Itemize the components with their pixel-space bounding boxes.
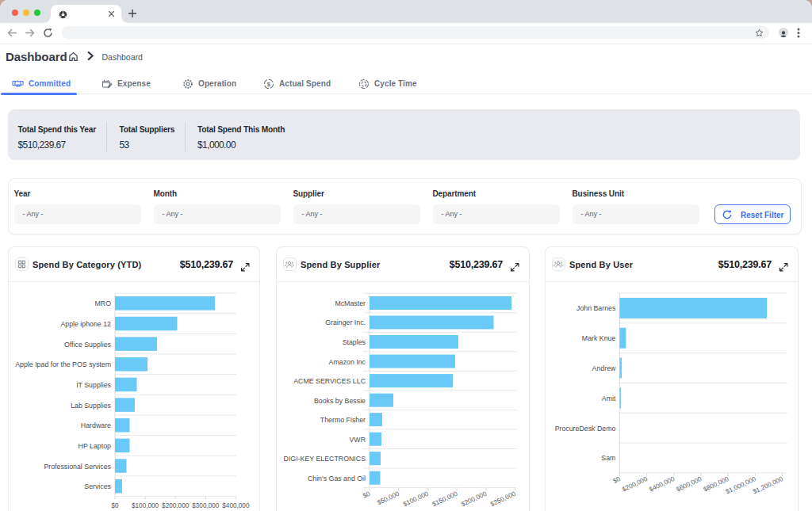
svg-text:$200,000: $200,000: [162, 502, 190, 509]
svg-text:$0: $0: [111, 502, 119, 509]
svg-text:$: $: [267, 80, 271, 87]
svg-text:$50,000: $50,000: [376, 490, 400, 506]
svg-text:$300,000: $300,000: [192, 502, 220, 509]
svg-text:Chin's Gas and Oil: Chin's Gas and Oil: [308, 475, 366, 482]
svg-text:Apple Ipad for the POS system: Apple Ipad for the POS system: [15, 360, 111, 368]
svg-text:$250,000: $250,000: [489, 490, 517, 508]
svg-text:DIGI-KEY ELECTRONICS: DIGI-KEY ELECTRONICS: [284, 455, 366, 463]
svg-text:$200,000: $200,000: [621, 475, 649, 494]
svg-text:Books by Bessie: Books by Bessie: [314, 397, 366, 405]
svg-text:VWR: VWR: [349, 436, 366, 444]
svg-text:Sam: Sam: [601, 454, 615, 462]
svg-text:Services: Services: [84, 482, 111, 490]
svg-text:Andrew: Andrew: [592, 364, 616, 372]
svg-text:$400,000: $400,000: [222, 502, 250, 509]
svg-text:John Barnes: John Barnes: [576, 304, 616, 312]
svg-text:Amazon Inc: Amazon Inc: [329, 358, 366, 366]
svg-text:Amit: Amit: [602, 395, 616, 402]
svg-text:Staples: Staples: [343, 338, 366, 346]
svg-text:ACME SERVICES LLC: ACME SERVICES LLC: [293, 377, 366, 385]
svg-text:McMaster: McMaster: [335, 299, 366, 307]
svg-text:Lab Supplies: Lab Supplies: [71, 402, 111, 410]
svg-text:$200,000: $200,000: [460, 490, 488, 508]
svg-text:$0: $0: [362, 490, 371, 499]
svg-text:Grainger Inc.: Grainger Inc.: [325, 318, 366, 326]
svg-text:Apple iphone 12: Apple iphone 12: [60, 320, 111, 328]
svg-text:$150,000: $150,000: [431, 490, 459, 508]
svg-text:$100,000: $100,000: [402, 490, 430, 508]
svg-text:Mark Knue: Mark Knue: [582, 334, 616, 342]
svg-text:Professional Services: Professional Services: [44, 463, 111, 471]
svg-text:Office Supplies: Office Supplies: [64, 341, 112, 349]
svg-text:$0: $0: [612, 475, 622, 485]
svg-text:Hardware: Hardware: [81, 421, 111, 429]
svg-text:ProcureDesk Demo: ProcureDesk Demo: [555, 425, 616, 433]
svg-text:$400,000: $400,000: [648, 475, 676, 494]
svg-text:IT Supplies: IT Supplies: [76, 381, 111, 389]
svg-text:MRO: MRO: [94, 299, 111, 307]
svg-text:$1,200,000: $1,200,000: [752, 475, 784, 496]
svg-text:HP Laptop: HP Laptop: [79, 442, 112, 450]
svg-text:$600,000: $600,000: [676, 475, 703, 494]
svg-text:$100,000: $100,000: [132, 502, 159, 509]
svg-text:Thermo Fisher: Thermo Fisher: [320, 416, 366, 424]
